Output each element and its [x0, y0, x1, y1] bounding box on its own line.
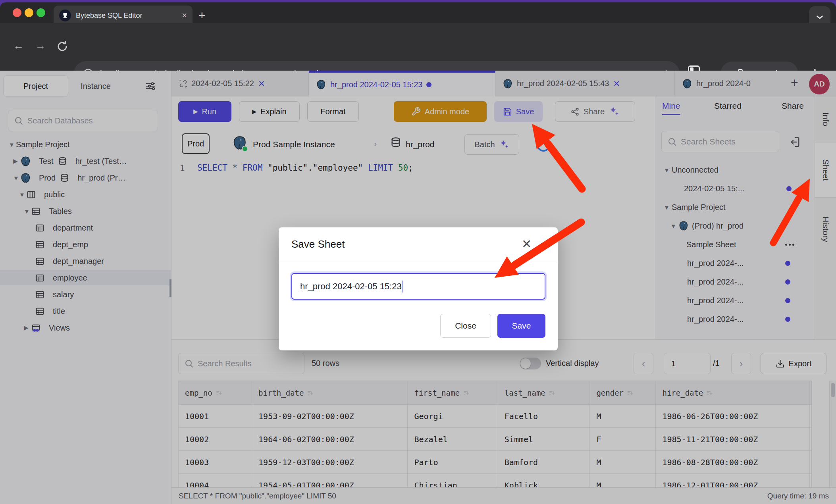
browser-tab-close-icon[interactable]: × — [182, 10, 187, 21]
dialog-close-button[interactable]: Close — [440, 314, 491, 338]
screenshot-root: Bytebase SQL Editor × + ← → localhost:80… — [0, 0, 836, 504]
browser-url-bar: ← → localhost:8080/sql-editor/prod-sampl… — [0, 23, 836, 71]
sheet-name-input[interactable]: hr_prod 2024-02-05 15:23 — [291, 273, 545, 300]
browser-tab[interactable]: Bytebase SQL Editor × — [54, 6, 193, 25]
back-icon[interactable]: ← — [13, 40, 24, 52]
new-tab-button[interactable]: + — [198, 10, 206, 21]
dialog-title: Save Sheet — [291, 238, 345, 250]
text-cursor — [403, 281, 403, 292]
forward-icon[interactable]: → — [35, 40, 46, 52]
save-sheet-dialog: Save Sheet ✕ hr_prod 2024-02-05 15:23 Cl… — [279, 227, 558, 350]
dialog-save-button[interactable]: Save — [497, 314, 545, 338]
reload-icon[interactable] — [56, 40, 68, 52]
window-zoom-button[interactable] — [37, 8, 45, 17]
bytebase-favicon-icon — [59, 10, 71, 21]
window-minimize-button[interactable] — [25, 8, 33, 17]
browser-tab-title: Bytebase SQL Editor — [76, 12, 178, 20]
browser-tab-bar: Bytebase SQL Editor × + — [0, 2, 836, 23]
dialog-close-icon[interactable]: ✕ — [522, 237, 532, 251]
window-close-button[interactable] — [13, 8, 21, 17]
dialog-divider — [279, 263, 558, 263]
